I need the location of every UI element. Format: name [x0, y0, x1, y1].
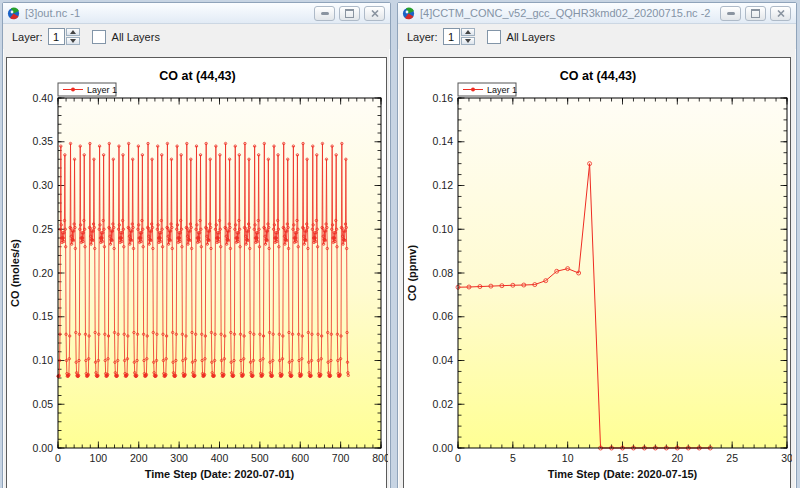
svg-text:0.00: 0.00 [433, 442, 454, 454]
chevron-up-icon [465, 30, 471, 34]
close-icon [777, 10, 785, 17]
spinner-buttons [66, 28, 80, 45]
svg-text:0.40: 0.40 [33, 92, 54, 104]
svg-text:0.12: 0.12 [433, 179, 454, 191]
close-icon [371, 10, 379, 17]
plot-panel: 0.000.020.040.060.080.100.120.140.160510… [403, 57, 791, 488]
window-out-nc: [3]out.nc -1 Layer: 1 Al [2, 2, 391, 488]
svg-text:0.02: 0.02 [433, 398, 454, 410]
svg-text:Time Step (Date: 2020-07-15): Time Step (Date: 2020-07-15) [548, 468, 698, 480]
spinner-down-button[interactable] [461, 37, 475, 45]
minimize-button[interactable] [720, 6, 741, 21]
window-title: [4]CCTM_CONC_v52_gcc_QQHR3kmd02_20200715… [420, 7, 720, 19]
verdi-logo-icon [402, 7, 415, 20]
svg-text:700: 700 [332, 452, 350, 464]
svg-text:100: 100 [90, 452, 108, 464]
minimize-button[interactable] [314, 6, 335, 21]
svg-text:25: 25 [726, 452, 738, 464]
svg-text:0.00: 0.00 [33, 442, 54, 454]
svg-text:0.05: 0.05 [33, 398, 54, 410]
svg-text:CO (moles/s): CO (moles/s) [9, 239, 21, 307]
svg-text:0.06: 0.06 [433, 310, 454, 322]
svg-text:400: 400 [211, 452, 229, 464]
window-controls [720, 6, 791, 21]
svg-text:500: 500 [251, 452, 269, 464]
svg-text:CO (ppmv): CO (ppmv) [406, 245, 418, 302]
layer-toolbar: Layer: 1 All Layers [3, 24, 390, 49]
all-layers-checkbox[interactable] [487, 30, 501, 44]
window-controls [314, 6, 385, 21]
svg-text:0.08: 0.08 [433, 267, 454, 279]
spinner-buttons [461, 28, 475, 45]
svg-text:800: 800 [372, 452, 388, 464]
window-title: [3]out.nc -1 [25, 7, 314, 19]
svg-text:30: 30 [781, 452, 792, 464]
layer-spinner[interactable]: 1 [443, 28, 475, 45]
svg-text:200: 200 [130, 452, 148, 464]
spinner-up-button[interactable] [461, 28, 475, 36]
chevron-down-icon [465, 39, 471, 43]
titlebar[interactable]: [3]out.nc -1 [3, 3, 390, 24]
maximize-button[interactable] [745, 6, 766, 21]
chevron-down-icon [70, 39, 76, 43]
svg-text:CO at (44,43): CO at (44,43) [159, 69, 235, 83]
svg-text:0.15: 0.15 [33, 310, 54, 322]
layer-value[interactable]: 1 [443, 28, 460, 45]
layer-label: Layer: [12, 31, 43, 43]
close-button[interactable] [364, 6, 385, 21]
maximize-icon [751, 9, 760, 18]
svg-text:5: 5 [510, 452, 516, 464]
svg-text:0.14: 0.14 [433, 135, 454, 147]
window-content: 0.000.050.100.150.200.250.300.350.400100… [3, 49, 390, 488]
window-content: 0.000.020.040.060.080.100.120.140.160510… [398, 49, 796, 488]
svg-text:Layer 1: Layer 1 [487, 85, 517, 95]
svg-text:0.16: 0.16 [433, 92, 454, 104]
svg-text:0.20: 0.20 [33, 267, 54, 279]
svg-text:0.10: 0.10 [433, 223, 454, 235]
plot-panel: 0.000.050.100.150.200.250.300.350.400100… [6, 57, 387, 488]
svg-text:0: 0 [55, 452, 61, 464]
all-layers-label: All Layers [507, 31, 555, 43]
minimize-icon [321, 12, 329, 15]
svg-text:20: 20 [671, 452, 683, 464]
all-layers-checkbox[interactable] [92, 30, 106, 44]
close-button[interactable] [770, 6, 791, 21]
maximize-icon [345, 9, 354, 18]
timeseries-chart-emissions: 0.000.050.100.150.200.250.300.350.400100… [7, 58, 388, 488]
layer-toolbar: Layer: 1 All Layers [398, 24, 796, 49]
svg-text:Layer 1: Layer 1 [87, 85, 117, 95]
svg-text:600: 600 [291, 452, 309, 464]
window-cctm-conc: [4]CCTM_CONC_v52_gcc_QQHR3kmd02_20200715… [397, 2, 797, 488]
svg-text:0.10: 0.10 [33, 354, 54, 366]
svg-text:0.35: 0.35 [33, 135, 54, 147]
svg-text:0.25: 0.25 [33, 223, 54, 235]
svg-text:15: 15 [617, 452, 629, 464]
maximize-button[interactable] [339, 6, 360, 21]
layer-spinner[interactable]: 1 [48, 28, 80, 45]
svg-text:0.30: 0.30 [33, 179, 54, 191]
chevron-up-icon [70, 30, 76, 34]
svg-text:CO at (44,43): CO at (44,43) [560, 69, 636, 83]
layer-label: Layer: [407, 31, 438, 43]
svg-text:10: 10 [562, 452, 574, 464]
titlebar[interactable]: [4]CCTM_CONC_v52_gcc_QQHR3kmd02_20200715… [398, 3, 796, 24]
svg-text:0.04: 0.04 [433, 354, 454, 366]
verdi-logo-icon [7, 7, 20, 20]
all-layers-label: All Layers [112, 31, 160, 43]
svg-text:0: 0 [455, 452, 461, 464]
timeseries-chart-concentration: 0.000.020.040.060.080.100.120.140.160510… [404, 58, 792, 488]
layer-value[interactable]: 1 [48, 28, 65, 45]
svg-text:300: 300 [170, 452, 188, 464]
mdi-workspace: [3]out.nc -1 Layer: 1 Al [0, 0, 800, 488]
spinner-up-button[interactable] [66, 28, 80, 36]
minimize-icon [727, 12, 735, 15]
spinner-down-button[interactable] [66, 37, 80, 45]
svg-text:Time Step (Date: 2020-07-01): Time Step (Date: 2020-07-01) [145, 468, 295, 480]
